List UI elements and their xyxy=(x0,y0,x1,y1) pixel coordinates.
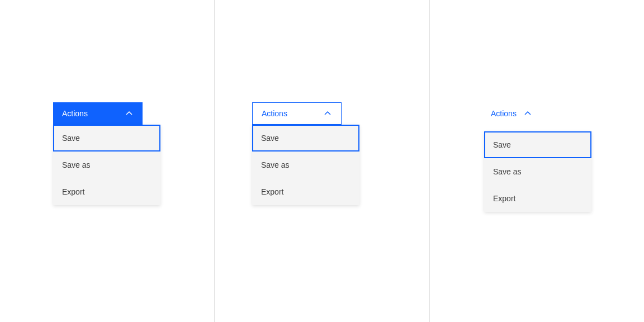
actions-dropdown-outline: Actions Save Save as Export xyxy=(252,102,359,205)
menu-item-save[interactable]: Save xyxy=(252,125,359,151)
menu-item-export[interactable]: Export xyxy=(53,178,160,205)
chevron-up-icon xyxy=(523,109,532,118)
menu-item-label: Save xyxy=(493,140,511,150)
example-panel-ghost: Actions Save Save as Export xyxy=(430,0,644,322)
menu-item-save-as[interactable]: Save as xyxy=(252,151,359,178)
actions-trigger[interactable]: Actions xyxy=(252,102,342,125)
actions-trigger-label: Actions xyxy=(62,108,88,119)
menu-item-save[interactable]: Save xyxy=(484,131,591,158)
menu-item-label: Export xyxy=(261,187,283,197)
menu-item-label: Save as xyxy=(261,160,290,170)
menu-item-label: Export xyxy=(493,193,515,203)
actions-trigger[interactable]: Actions xyxy=(53,102,143,125)
actions-dropdown-ghost: Actions Save Save as Export xyxy=(484,102,591,212)
menu-item-label: Save as xyxy=(62,160,91,170)
chevron-up-icon xyxy=(323,109,332,118)
menu-item-label: Save xyxy=(62,133,80,143)
actions-dropdown-primary: Actions Save Save as Export xyxy=(53,102,160,205)
actions-trigger-label: Actions xyxy=(262,108,287,119)
menu-item-export[interactable]: Export xyxy=(252,178,359,205)
menu-item-save-as[interactable]: Save as xyxy=(53,151,160,178)
menu-item-label: Save xyxy=(261,133,279,143)
menu-item-save-as[interactable]: Save as xyxy=(484,158,591,185)
actions-menu: Save Save as Export xyxy=(484,131,591,212)
actions-menu: Save Save as Export xyxy=(252,125,359,205)
actions-menu: Save Save as Export xyxy=(53,125,160,205)
example-panel-primary: Actions Save Save as Export xyxy=(0,0,214,322)
chevron-up-icon xyxy=(125,109,134,118)
menu-item-save[interactable]: Save xyxy=(53,125,160,151)
actions-trigger[interactable]: Actions xyxy=(484,102,539,125)
example-panel-outline: Actions Save Save as Export xyxy=(215,0,429,322)
menu-item-label: Export xyxy=(62,187,84,197)
actions-trigger-label: Actions xyxy=(491,108,517,119)
menu-item-export[interactable]: Export xyxy=(484,185,591,212)
menu-item-label: Save as xyxy=(493,167,522,177)
